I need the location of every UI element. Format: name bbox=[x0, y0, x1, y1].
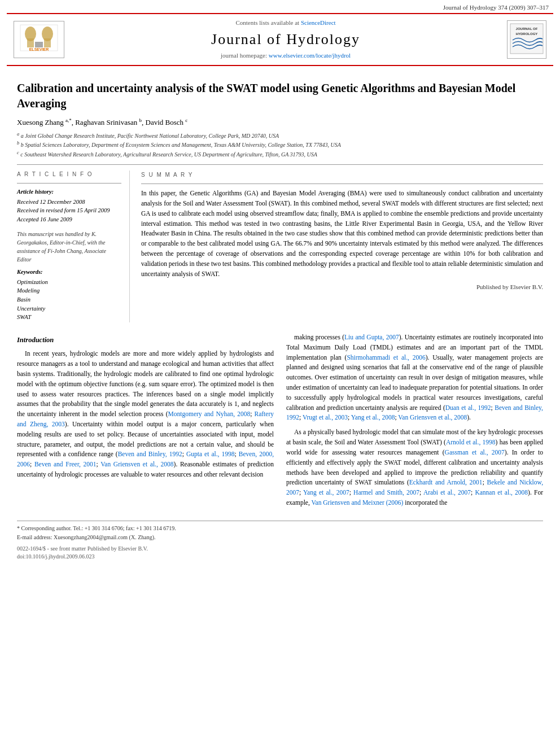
homepage-link[interactable]: www.elsevier.com/locate/jhydrol bbox=[269, 52, 351, 59]
ref-vrugt[interactable]: Vrugt et al., 2003 bbox=[303, 414, 348, 421]
summary-text: In this paper, the Genetic Algorithms (G… bbox=[141, 189, 543, 279]
ref-harmel[interactable]: Harmel and Smith, 2007 bbox=[353, 489, 419, 496]
ref-montgomery[interactable]: Montgomery and Nyhan, 2008 bbox=[168, 410, 251, 417]
elsevier-logo: ELSEVIER bbox=[14, 21, 64, 58]
author-sup-b: b bbox=[139, 117, 142, 123]
ref-arnold[interactable]: Arnold et al., 1998 bbox=[446, 439, 496, 445]
keyword-swat: SWAT bbox=[17, 313, 121, 322]
ref-yang2007[interactable]: Yang et al., 2007 bbox=[303, 489, 349, 496]
intro-para-1: In recent years, hydrologic models are m… bbox=[17, 349, 274, 480]
ref-arabi[interactable]: Arabi et al., 2007 bbox=[423, 489, 471, 496]
ref-gupta[interactable]: Gupta et al., 1998 bbox=[186, 451, 235, 457]
summary-label: S U M M A R Y bbox=[141, 171, 543, 179]
author-sup-c: c bbox=[185, 117, 187, 123]
ref-liu-gupta[interactable]: Liu and Gupta, 2007 bbox=[344, 334, 399, 340]
journal-banner: ELSEVIER Contents lists available at Sci… bbox=[7, 13, 553, 65]
author-sup-a: a,* bbox=[65, 117, 72, 123]
article-info-label: A R T I C L E I N F O bbox=[17, 171, 121, 178]
journal-title-banner: Journal of Hydrology bbox=[64, 29, 507, 50]
elsevier-logo-svg: ELSEVIER bbox=[19, 24, 59, 52]
journal-meta: Journal of Hydrology 374 (2009) 307–317 bbox=[0, 0, 560, 13]
keyword-uncertainty: Uncertainty bbox=[17, 305, 121, 313]
banner-center: Contents lists available at ScienceDirec… bbox=[64, 19, 507, 60]
svg-text:HYDROLOGY: HYDROLOGY bbox=[516, 32, 538, 36]
affiliations: a a Joint Global Change Research Institu… bbox=[17, 131, 543, 159]
journal-homepage: journal homepage: www.elsevier.com/locat… bbox=[64, 51, 507, 60]
authors: Xuesong Zhang a,*, Raghavan Srinivasan b… bbox=[17, 117, 543, 128]
body-col-left: Introduction In recent years, hydrologic… bbox=[17, 333, 274, 513]
published-line: Published by Elsevier B.V. bbox=[141, 282, 543, 292]
divider-1 bbox=[17, 164, 543, 165]
ref-eckhardt[interactable]: Eckhardt and Arnold, 2001 bbox=[409, 479, 483, 486]
ref-duan[interactable]: Duan et al., 1992 bbox=[445, 404, 491, 411]
journal-logo-right: JOURNAL OF HYDROLOGY bbox=[507, 20, 546, 59]
svg-rect-5 bbox=[35, 42, 43, 47]
ref-gassman[interactable]: Gassman et al., 2007 bbox=[445, 449, 505, 456]
journal-logo-svg: JOURNAL OF HYDROLOGY bbox=[510, 23, 544, 54]
affiliation-b: b b Spatial Sciences Laboratory, Departm… bbox=[17, 140, 543, 149]
keyword-optimization: Optimization bbox=[17, 278, 121, 287]
affiliation-a: a a Joint Global Change Research Institu… bbox=[17, 131, 543, 140]
footnote-email: E-mail address: Xuesongzhang2004@gmail.c… bbox=[17, 534, 543, 541]
intro-para-2: making processes (Liu and Gupta, 2007). … bbox=[286, 333, 543, 423]
footnote-star: * Corresponding author. Tel.: +1 301 314… bbox=[17, 525, 543, 532]
ref-van-griensven2[interactable]: Van Griensven et al., 2008 bbox=[398, 414, 467, 421]
ref-van-griensven3[interactable]: Van Griensven and Meixner (2006) bbox=[312, 499, 404, 506]
divider-summary bbox=[141, 184, 543, 184]
ref-beven-freer[interactable]: Beven and Freer, 2001 bbox=[34, 461, 97, 468]
intro-para-3: As a physically based hydrologic model t… bbox=[286, 427, 543, 508]
received-date: Received 12 December 2008 bbox=[17, 198, 121, 207]
svg-rect-3 bbox=[27, 38, 34, 47]
summary-col: S U M M A R Y In this paper, the Genetic… bbox=[141, 171, 543, 322]
intro-heading: Introduction bbox=[17, 335, 274, 346]
article-title: Calibration and uncertainty analysis of … bbox=[17, 81, 543, 111]
ref-shirmo[interactable]: Shirmohammadi et al., 2006 bbox=[347, 354, 425, 361]
editor-note: This manuscript was handled by K. Georga… bbox=[17, 230, 121, 264]
revised-date: Received in revised form 15 April 2009 bbox=[17, 207, 121, 215]
journal-citation: Journal of Hydrology 374 (2009) 307–317 bbox=[443, 4, 549, 11]
body-col-right: making processes (Liu and Gupta, 2007). … bbox=[286, 333, 543, 513]
article-info-col: A R T I C L E I N F O Article history: R… bbox=[17, 171, 130, 322]
affiliation-c: c c Southeast Watershed Research Laborat… bbox=[17, 150, 543, 159]
accepted-date: Accepted 16 June 2009 bbox=[17, 216, 121, 224]
body-two-col: Introduction In recent years, hydrologic… bbox=[17, 333, 543, 513]
article-content: Calibration and uncertainty analysis of … bbox=[0, 66, 560, 572]
svg-text:JOURNAL OF: JOURNAL OF bbox=[516, 27, 538, 30]
divider-info bbox=[17, 183, 121, 184]
page-wrapper: Journal of Hydrology 374 (2009) 307–317 … bbox=[0, 0, 560, 572]
keywords-list: Optimization Modeling Basin Uncertainty … bbox=[17, 278, 121, 322]
sciencedirect-line: Contents lists available at ScienceDirec… bbox=[64, 19, 507, 27]
doi-line: 0022-1694/$ - see front matter Published… bbox=[17, 545, 543, 561]
svg-rect-4 bbox=[44, 38, 51, 47]
svg-text:ELSEVIER: ELSEVIER bbox=[29, 47, 49, 51]
ref-beven-binley[interactable]: Beven and Binley, 1992 bbox=[118, 451, 182, 457]
sciencedirect-link[interactable]: ScienceDirect bbox=[301, 19, 336, 26]
ref-van-griensven[interactable]: Van Griensven et al., 2008 bbox=[100, 461, 173, 468]
ref-yang[interactable]: Yang et al., 2008 bbox=[351, 414, 395, 421]
ref-kannan[interactable]: Kannan et al., 2008 bbox=[475, 489, 528, 496]
keyword-basin: Basin bbox=[17, 296, 121, 304]
keyword-modeling: Modeling bbox=[17, 287, 121, 295]
footnote-area: * Corresponding author. Tel.: +1 301 314… bbox=[17, 521, 543, 561]
history-label: Article history: bbox=[17, 188, 121, 196]
info-summary-cols: A R T I C L E I N F O Article history: R… bbox=[17, 171, 543, 322]
keywords-label: Keywords: bbox=[17, 268, 121, 277]
